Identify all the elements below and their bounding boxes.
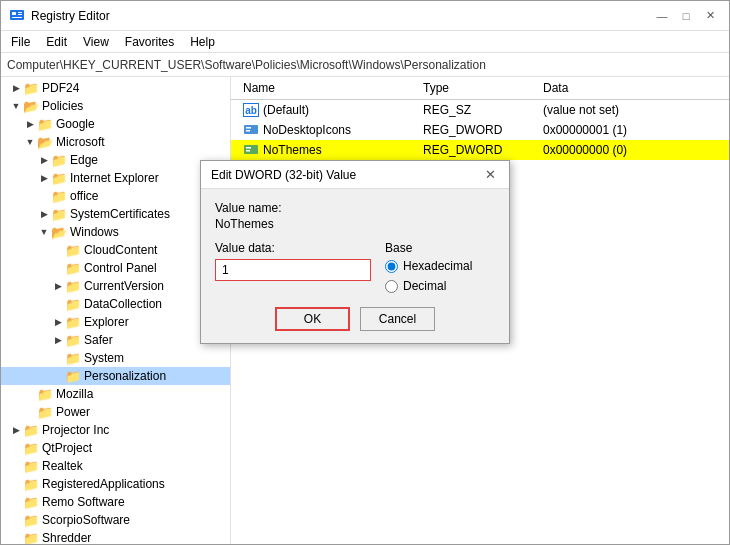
svg-rect-0 <box>10 10 24 20</box>
expand-arrow-syscerts: ▶ <box>37 207 51 221</box>
svg-rect-5 <box>244 125 258 134</box>
menu-help[interactable]: Help <box>184 33 221 51</box>
table-header: Name Type Data <box>231 77 729 100</box>
tree-label-scorpio: ScorpioSoftware <box>42 513 130 527</box>
expand-arrow-safer: ▶ <box>51 333 65 347</box>
col-header-type: Type <box>415 79 535 97</box>
tree-label-policies: Policies <box>42 99 83 113</box>
tree-item-explorer[interactable]: ▶ 📁 Explorer <box>1 313 230 331</box>
title-controls: — □ ✕ <box>651 6 721 26</box>
svg-rect-1 <box>12 12 16 15</box>
tree-item-personalization[interactable]: ▶ 📁 Personalization <box>1 367 230 385</box>
folder-icon-power: 📁 <box>37 405 53 419</box>
cell-data-default: (value not set) <box>535 102 725 118</box>
tree-item-scorpio[interactable]: ▶ 📁 ScorpioSoftware <box>1 511 230 529</box>
tree-label-currentversion: CurrentVersion <box>84 279 164 293</box>
tree-item-mozilla[interactable]: ▶ 📁 Mozilla <box>1 385 230 403</box>
tree-item-datacollection[interactable]: ▶ 📁 DataCollection <box>1 295 230 313</box>
value-data-group: Value data: <box>215 241 371 293</box>
radio-dec-input[interactable] <box>385 280 398 293</box>
tree-item-controlpanel[interactable]: ▶ 📁 Control Panel <box>1 259 230 277</box>
tree-item-system[interactable]: ▶ 📁 System <box>1 349 230 367</box>
expand-arrow-pdf24: ▶ <box>9 81 23 95</box>
maximize-button[interactable]: □ <box>675 6 697 26</box>
tree-label-microsoft: Microsoft <box>56 135 105 149</box>
tree-item-microsoft[interactable]: ▼ 📂 Microsoft <box>1 133 230 151</box>
cancel-button[interactable]: Cancel <box>360 307 435 331</box>
tree-item-syscerts[interactable]: ▶ 📁 SystemCertificates <box>1 205 230 223</box>
cell-data-no-themes: 0x00000000 (0) <box>535 142 725 158</box>
table-row-no-desktop-icons[interactable]: NoDesktopIcons REG_DWORD 0x00000001 (1) <box>231 120 729 140</box>
tree-item-safer[interactable]: ▶ 📁 Safer <box>1 331 230 349</box>
tree-item-ie[interactable]: ▶ 📁 Internet Explorer <box>1 169 230 187</box>
tree-item-projector[interactable]: ▶ 📁 Projector Inc <box>1 421 230 439</box>
svg-rect-10 <box>246 150 250 152</box>
tree-label-remo: Remo Software <box>42 495 125 509</box>
close-button[interactable]: ✕ <box>699 6 721 26</box>
dialog-title: Edit DWORD (32-bit) Value <box>211 168 356 182</box>
svg-rect-9 <box>246 147 251 149</box>
dialog-title-bar: Edit DWORD (32-bit) Value ✕ <box>201 161 509 189</box>
folder-icon-office: 📁 <box>51 189 67 203</box>
tree-item-cloudcontent[interactable]: ▶ 📁 CloudContent <box>1 241 230 259</box>
expand-arrow-projector: ▶ <box>9 423 23 437</box>
tree-item-shredder[interactable]: ▶ 📁 Shredder <box>1 529 230 544</box>
value-name-label: Value name: <box>215 201 495 215</box>
table-row-default[interactable]: ab (Default) REG_SZ (value not set) <box>231 100 729 120</box>
tree-label-pdf24: PDF24 <box>42 81 79 95</box>
radio-hexadecimal[interactable]: Hexadecimal <box>385 259 495 273</box>
folder-icon-personalization: 📁 <box>65 369 81 383</box>
expand-arrow-windows: ▼ <box>37 225 51 239</box>
menu-view[interactable]: View <box>77 33 115 51</box>
tree-panel[interactable]: ▶ 📁 PDF24 ▼ 📂 Policies ▶ 📁 Google ▼ 📂 Mi… <box>1 77 231 544</box>
radio-hex-input[interactable] <box>385 260 398 273</box>
tree-item-office[interactable]: ▶ 📁 office <box>1 187 230 205</box>
dialog-buttons: OK Cancel <box>215 307 495 331</box>
tree-item-currentversion[interactable]: ▶ 📁 CurrentVersion <box>1 277 230 295</box>
folder-icon-projector: 📁 <box>23 423 39 437</box>
tree-item-regapps[interactable]: ▶ 📁 RegisteredApplications <box>1 475 230 493</box>
reg-icon-no-desktop-icons <box>243 123 259 137</box>
minimize-button[interactable]: — <box>651 6 673 26</box>
registry-icon <box>9 8 25 24</box>
menu-favorites[interactable]: Favorites <box>119 33 180 51</box>
tree-item-policies[interactable]: ▼ 📂 Policies <box>1 97 230 115</box>
menu-file[interactable]: File <box>5 33 36 51</box>
reg-icon-default: ab <box>243 103 259 117</box>
folder-icon-safer: 📁 <box>65 333 81 347</box>
tree-item-windows[interactable]: ▼ 📂 Windows <box>1 223 230 241</box>
expand-arrow-explorer: ▶ <box>51 315 65 329</box>
dialog-row: Value data: Base Hexadecimal Decimal <box>215 241 495 293</box>
expand-arrow-policies: ▼ <box>9 99 23 113</box>
svg-rect-7 <box>246 130 250 132</box>
tree-label-projector: Projector Inc <box>42 423 109 437</box>
tree-label-explorer: Explorer <box>84 315 129 329</box>
expand-arrow-edge: ▶ <box>37 153 51 167</box>
folder-icon-shredder: 📁 <box>23 531 39 544</box>
expand-arrow-ie: ▶ <box>37 171 51 185</box>
folder-icon-regapps: 📁 <box>23 477 39 491</box>
ok-button[interactable]: OK <box>275 307 350 331</box>
svg-rect-8 <box>244 145 258 154</box>
tree-label-shredder: Shredder <box>42 531 91 544</box>
menu-edit[interactable]: Edit <box>40 33 73 51</box>
value-data-input[interactable] <box>215 259 371 281</box>
tree-item-realtek[interactable]: ▶ 📁 Realtek <box>1 457 230 475</box>
tree-item-edge[interactable]: ▶ 📁 Edge <box>1 151 230 169</box>
folder-icon-explorer: 📁 <box>65 315 81 329</box>
tree-item-pdf24[interactable]: ▶ 📁 PDF24 <box>1 79 230 97</box>
radio-decimal[interactable]: Decimal <box>385 279 495 293</box>
tree-item-qtproject[interactable]: ▶ 📁 QtProject <box>1 439 230 457</box>
folder-icon-datacollection: 📁 <box>65 297 81 311</box>
tree-item-remo[interactable]: ▶ 📁 Remo Software <box>1 493 230 511</box>
expand-arrow-currentversion: ▶ <box>51 279 65 293</box>
menu-bar: File Edit View Favorites Help <box>1 31 729 53</box>
folder-icon-windows: 📂 <box>51 225 67 239</box>
tree-item-google[interactable]: ▶ 📁 Google <box>1 115 230 133</box>
tree-label-regapps: RegisteredApplications <box>42 477 165 491</box>
reg-icon-no-themes <box>243 143 259 157</box>
dialog-close-button[interactable]: ✕ <box>481 166 499 184</box>
tree-item-power[interactable]: ▶ 📁 Power <box>1 403 230 421</box>
table-row-no-themes[interactable]: NoThemes REG_DWORD 0x00000000 (0) <box>231 140 729 160</box>
folder-icon-edge: 📁 <box>51 153 67 167</box>
